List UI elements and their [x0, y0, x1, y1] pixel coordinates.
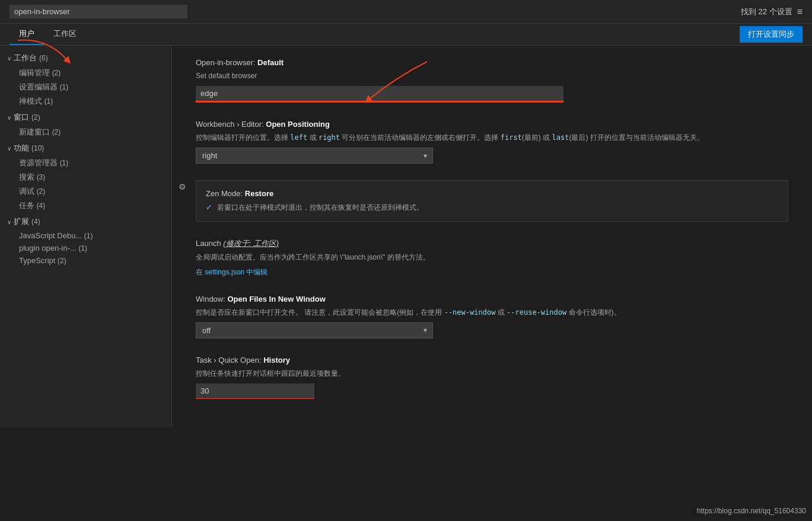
- main-content: ∨ 工作台 (6) 编辑管理 (2) 设置编辑器 (1) 禅模式 (1) ∨ 窗…: [0, 46, 812, 427]
- setting-title-bold-history: History: [263, 356, 290, 365]
- setting-select-open-files[interactable]: on off default: [196, 322, 433, 338]
- sidebar: ∨ 工作台 (6) 编辑管理 (2) 设置编辑器 (1) 禅模式 (1) ∨ 窗…: [0, 46, 172, 427]
- sidebar-item-zen-mode[interactable]: 禅模式 (1): [0, 94, 171, 108]
- setting-title-open-in-browser: Open-in-browser: Default: [196, 57, 788, 68]
- setting-select-positioning[interactable]: left right first last center: [196, 148, 433, 164]
- setting-desc-launch: 全局调试启动配置。应当作为跨工作区共享的 \"launch.json\" 的替代…: [196, 252, 788, 263]
- gear-icon[interactable]: ⚙: [179, 182, 186, 191]
- sidebar-group-workbench: ∨ 工作台 (6) 编辑管理 (2) 设置编辑器 (1) 禅模式 (1): [0, 50, 171, 108]
- sidebar-item-search[interactable]: 搜索 (3): [0, 170, 171, 184]
- group-badge-window: (2): [31, 113, 40, 122]
- setting-zen-mode-restore: ⚙ Zen Mode: Restore ✓ 若窗口在处于禅模式时退出，控制其在恢…: [196, 180, 788, 222]
- search-bar: 找到 22 个设置 ≡: [0, 0, 812, 24]
- group-badge-workbench: (6): [39, 54, 48, 62]
- setting-task-quick-open: Task › Quick Open: History 控制任务快速打开对话框中跟…: [196, 355, 788, 399]
- sidebar-item-tasks[interactable]: 任务 (4): [0, 199, 171, 213]
- checkmark-icon: ✓: [206, 203, 212, 212]
- setting-title-workbench-editor: Workbench › Editor: Open Positioning: [196, 119, 788, 130]
- setting-open-in-browser-default: Open-in-browser: Default Set default bro…: [196, 57, 788, 103]
- setting-launch: Launch (修改于: 工作区) 全局调试启动配置。应当作为跨工作区共享的 \…: [196, 238, 788, 277]
- group-badge-extensions: (4): [31, 218, 40, 226]
- setting-workbench-editor-positioning: Workbench › Editor: Open Positioning 控制编…: [196, 119, 788, 164]
- tabs-bar: 用户 工作区 打开设置同步: [0, 24, 812, 46]
- setting-input-default-browser[interactable]: [196, 86, 563, 101]
- setting-title-launch: Launch (修改于: 工作区): [196, 238, 788, 249]
- setting-desc-set-default-browser: Set default browser: [196, 71, 788, 81]
- zen-mode-check-row: ✓ 若窗口在处于禅模式时退出，控制其在恢复时是否还原到禅模式。: [206, 203, 778, 213]
- setting-desc-positioning: 控制编辑器打开的位置。选择 left 或 right 可分别在当前活动编辑器的左…: [196, 132, 788, 143]
- group-label-workbench: 工作台: [14, 53, 37, 63]
- group-label-window: 窗口: [14, 112, 29, 123]
- sidebar-item-explorer[interactable]: 资源管理器 (1): [0, 156, 171, 170]
- filter-icon[interactable]: ≡: [797, 7, 803, 17]
- setting-title-window-open-files: Window: Open Files In New Window: [196, 294, 788, 305]
- sidebar-item-typescript[interactable]: TypeScript (2): [0, 254, 171, 267]
- setting-title-bold-positioning: Open Positioning: [266, 120, 330, 129]
- sync-button[interactable]: 打开设置同步: [740, 26, 803, 43]
- arrow-icon-3: ∨: [7, 145, 11, 152]
- watermark: https://blog.csdn.net/qq_51604330: [697, 507, 806, 515]
- settings-panel: Open-in-browser: Default Set default bro…: [172, 46, 812, 427]
- launch-modified-label: (修改于: 工作区): [223, 239, 279, 248]
- search-input[interactable]: [9, 5, 187, 18]
- group-label-extensions: 扩展: [14, 216, 29, 227]
- setting-title-bold-default: Default: [257, 58, 284, 67]
- setting-window-open-files: Window: Open Files In New Window 控制是否应在新…: [196, 294, 788, 338]
- group-label-feature: 功能: [14, 143, 29, 154]
- sidebar-group-extensions: ∨ 扩展 (4) JavaScript Debu... (1) plugin o…: [0, 214, 171, 267]
- setting-select-wrap-positioning: left right first last center ▾: [196, 148, 433, 164]
- sidebar-group-window: ∨ 窗口 (2) 新建窗口 (2): [0, 110, 171, 139]
- zen-mode-check-text: 若窗口在处于禅模式时退出，控制其在恢复时是否还原到禅模式。: [217, 203, 423, 213]
- sidebar-group-header-workbench[interactable]: ∨ 工作台 (6): [0, 50, 171, 66]
- arrow-icon-4: ∨: [7, 219, 11, 225]
- zen-mode-bold: Restore: [245, 189, 273, 198]
- sidebar-group-header-feature[interactable]: ∨ 功能 (10): [0, 140, 171, 156]
- search-results: 找到 22 个设置 ≡: [741, 7, 803, 17]
- sidebar-item-js-debug[interactable]: JavaScript Debu... (1): [0, 229, 171, 242]
- settings-wrapper: Open-in-browser: Default Set default bro…: [172, 46, 812, 427]
- sidebar-group-feature: ∨ 功能 (10) 资源管理器 (1) 搜索 (3) 调试 (2) 任务 (4): [0, 140, 171, 213]
- setting-input-task-history[interactable]: [196, 383, 314, 399]
- sidebar-group-header-extensions[interactable]: ∨ 扩展 (4): [0, 214, 171, 229]
- tab-workspace[interactable]: 工作区: [44, 24, 86, 45]
- sidebar-item-editor-management[interactable]: 编辑管理 (2): [0, 66, 171, 80]
- sidebar-item-new-window[interactable]: 新建窗口 (2): [0, 125, 171, 139]
- sidebar-item-settings-editor[interactable]: 设置编辑器 (1): [0, 80, 171, 94]
- tabs: 用户 工作区: [9, 24, 86, 45]
- arrow-icon-2: ∨: [7, 114, 11, 121]
- setting-desc-window-open-files: 控制是否应在新窗口中打开文件。 请注意，此设置可能会被忽略(例如，在使用 --n…: [196, 307, 788, 318]
- sidebar-item-debug[interactable]: 调试 (2): [0, 184, 171, 199]
- setting-title-bold-open-files: Open Files In New Window: [227, 295, 325, 303]
- tab-user[interactable]: 用户: [9, 24, 44, 45]
- sidebar-item-plugin-open-in[interactable]: plugin open-in-... (1): [0, 242, 171, 254]
- zen-mode-title: Zen Mode: Restore: [206, 189, 778, 198]
- sidebar-group-header-window[interactable]: ∨ 窗口 (2): [0, 110, 171, 125]
- setting-desc-task-quick-open: 控制任务快速打开对话框中跟踪的最近项数量。: [196, 368, 788, 379]
- results-count-text: 找到 22 个设置: [741, 7, 792, 17]
- group-badge-feature: (10): [31, 144, 44, 152]
- arrow-icon: ∨: [7, 55, 11, 62]
- settings-json-link[interactable]: 在 settings.json 中编辑: [196, 267, 268, 277]
- setting-select-wrap-open-files: on off default ▾: [196, 322, 433, 338]
- setting-title-task-quick-open: Task › Quick Open: History: [196, 355, 788, 366]
